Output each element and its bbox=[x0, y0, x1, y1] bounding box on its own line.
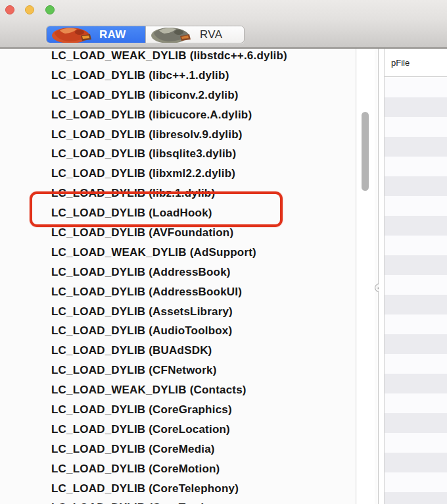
list-item[interactable]: LC_LOAD_DYLIB (CoreMotion) bbox=[0, 459, 356, 479]
list-item[interactable]: LC_LOAD_WEAK_DYLIB (libstdc++.6.dylib) bbox=[0, 49, 356, 66]
list-item[interactable]: LC_LOAD_DYLIB (CoreMedia) bbox=[0, 440, 356, 459]
segment-raw[interactable]: RAW bbox=[47, 26, 145, 43]
list-item[interactable]: LC_LOAD_DYLIB (CoreText) bbox=[0, 498, 356, 504]
detail-table-rows bbox=[385, 78, 447, 504]
list-item[interactable]: LC_LOAD_DYLIB (CoreLocation) bbox=[0, 420, 356, 440]
list-item[interactable]: LC_LOAD_DYLIB (libiconv.2.dylib) bbox=[0, 86, 356, 105]
list-item[interactable]: LC_LOAD_WEAK_DYLIB (AdSupport) bbox=[0, 243, 356, 263]
raw-segment-icon bbox=[51, 26, 98, 43]
zoom-button[interactable] bbox=[45, 5, 55, 14]
vertical-scrollbar-track[interactable] bbox=[357, 49, 375, 504]
list-item[interactable]: LC_LOAD_DYLIB (AddressBook) bbox=[0, 263, 356, 282]
minimize-button[interactable] bbox=[25, 5, 34, 14]
list-item[interactable]: LC_LOAD_DYLIB (CFNetwork) bbox=[0, 361, 356, 380]
raw-rva-segmented-control: RAW RVA bbox=[46, 26, 245, 43]
column-header-pfile-label: pFile bbox=[391, 58, 410, 68]
segment-raw-label: RAW bbox=[99, 28, 126, 41]
list-item[interactable]: LC_LOAD_DYLIB (libc++.1.dylib) bbox=[0, 66, 356, 86]
list-item[interactable]: LC_LOAD_DYLIB (LoadHook) bbox=[0, 203, 356, 223]
column-header-pfile[interactable]: pFile bbox=[385, 49, 447, 77]
list-item[interactable]: LC_LOAD_DYLIB (libsqlite3.dylib) bbox=[0, 144, 356, 164]
segment-rva-label: RVA bbox=[200, 28, 222, 41]
detail-pane: pFile bbox=[379, 49, 447, 504]
list-item[interactable]: LC_LOAD_DYLIB (libicucore.A.dylib) bbox=[0, 105, 356, 125]
list-item[interactable]: LC_LOAD_DYLIB (AddressBookUI) bbox=[0, 282, 356, 302]
list-item[interactable]: LC_LOAD_DYLIB (AssetsLibrary) bbox=[0, 302, 356, 322]
detail-table: pFile bbox=[384, 49, 447, 504]
close-button[interactable] bbox=[5, 5, 14, 14]
list-item[interactable]: LC_LOAD_DYLIB (CoreGraphics) bbox=[0, 400, 356, 420]
rva-segment-icon bbox=[150, 26, 197, 43]
list-item[interactable]: LC_LOAD_DYLIB (CoreTelephony) bbox=[0, 479, 356, 499]
toolbar: RAW RVA bbox=[0, 0, 447, 49]
list-item[interactable]: LC_LOAD_DYLIB (libz.1.dylib) bbox=[0, 184, 356, 203]
list-item[interactable]: LC_LOAD_WEAK_DYLIB (Contacts) bbox=[0, 380, 356, 400]
list-item[interactable]: LC_LOAD_DYLIB (AVFoundation) bbox=[0, 223, 356, 243]
machoview-window: RAW RVA LC_LOAD_WEAK_DYLIB (libstdc++.6.… bbox=[0, 0, 447, 504]
load-command-list-pane: LC_LOAD_WEAK_DYLIB (libstdc++.6.dylib)LC… bbox=[0, 49, 356, 504]
list-item[interactable]: LC_LOAD_DYLIB (AudioToolbox) bbox=[0, 321, 356, 341]
list-item[interactable]: LC_LOAD_DYLIB (libxml2.2.dylib) bbox=[0, 164, 356, 184]
list-item[interactable]: LC_LOAD_DYLIB (BUAdSDK) bbox=[0, 341, 356, 361]
vertical-scrollbar-thumb[interactable] bbox=[362, 112, 369, 191]
load-command-list: LC_LOAD_WEAK_DYLIB (libstdc++.6.dylib)LC… bbox=[0, 49, 356, 504]
segment-rva[interactable]: RVA bbox=[145, 26, 244, 43]
list-item[interactable]: LC_LOAD_DYLIB (libresolv.9.dylib) bbox=[0, 125, 356, 145]
